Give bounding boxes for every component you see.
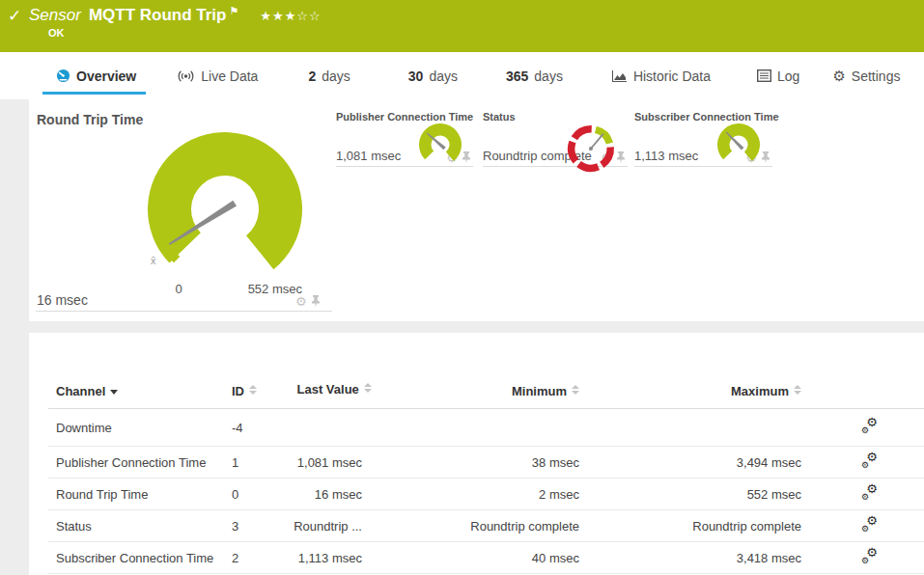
tab-label: Historic Data (633, 68, 711, 84)
cell-last-value: 16 msec (282, 487, 362, 502)
gauge-scale-max-label: 552 msec (235, 282, 302, 296)
cell-maximum: 552 msec (579, 487, 801, 502)
cell-id: -4 (232, 421, 282, 435)
cell-maximum: 3,494 msec (579, 455, 801, 470)
edit-channel-gears-icon[interactable]: ⚙⚙ (861, 453, 878, 468)
star-filled-icon[interactable]: ★ (260, 9, 272, 23)
edit-channel-gears-icon[interactable]: ⚙⚙ (861, 485, 878, 500)
tab-label: Log (777, 68, 799, 84)
tab-label: Live Data (201, 68, 258, 84)
mini-gauge-status: StatusRoundtrip complete⚙ (483, 107, 628, 167)
edit-channel-gears-icon[interactable]: ⚙⚙ (861, 549, 878, 563)
tab-live-data[interactable]: Live Data (177, 52, 258, 99)
cell-channel: Status (48, 519, 232, 534)
main-gauge-value: 16 msec (37, 292, 88, 308)
sensor-title: MQTT Round Trip (89, 6, 227, 24)
cell-channel: Publisher Connection Time (48, 455, 232, 470)
cell-last-value: Roundtrip ... (282, 519, 362, 534)
status-check-icon: ✓ (8, 6, 21, 26)
sort-icon (572, 385, 579, 396)
channel-row-publisher-connection-time[interactable]: Publisher Connection Time11,081 msec38 m… (48, 447, 924, 479)
cell-minimum: 38 msec (362, 455, 579, 470)
mini-gauge-chart (716, 123, 761, 167)
gauge-icon (56, 68, 70, 83)
gear-icon: ⚙ (832, 68, 845, 85)
status-donut-chart (566, 123, 616, 177)
cell-last-value: 1,113 msec (282, 551, 362, 565)
tab-log[interactable]: Log (757, 52, 799, 99)
tab-days[interactable]: 365days (506, 52, 563, 99)
sort-icon (249, 385, 257, 396)
tab-days[interactable]: 30days (408, 52, 458, 99)
channel-row-round-trip-time[interactable]: Round Trip Time016 msec2 msec552 msec⚙⚙ (48, 479, 924, 510)
sort-icon (364, 383, 372, 394)
gauges-panel: Round Trip Time x̄ 0 552 msec 16 msec ⚙ … (29, 99, 924, 321)
cell-last-value: 1,081 msec (282, 455, 362, 470)
sensor-status-badge: OK (48, 27, 65, 39)
column-header-maximum[interactable]: Maximum (579, 384, 801, 398)
mini-gauge-publisher: Publisher Connection Time1,081 msec⚙ (336, 107, 473, 167)
mini-gauge-title: Status (483, 111, 516, 123)
column-header-channel[interactable]: Channel (48, 384, 232, 398)
broadcast-icon (177, 69, 195, 82)
gauge-scale-min-label: 0 (164, 282, 193, 296)
cell-id: 1 (232, 455, 282, 470)
chart-icon (611, 69, 628, 83)
priority-stars[interactable]: ★★★☆☆ (260, 9, 321, 23)
mini-gauge-value: 1,081 msec (336, 149, 401, 163)
pin-icon[interactable] (311, 295, 321, 308)
mini-gauge-subscriber: Subscriber Connection Time1,113 msec⚙ (634, 107, 772, 167)
mini-gauge-chart (418, 123, 462, 167)
channel-row-subscriber-connection-time[interactable]: Subscriber Connection Time21,113 msec40 … (48, 542, 924, 574)
sort-desc-icon (110, 389, 119, 396)
channels-panel: Channel ID Last Value Minimum Maximum Do… (29, 333, 924, 575)
edit-channel-gears-icon[interactable]: ⚙⚙ (861, 517, 878, 532)
channel-row-status[interactable]: Status3Roundtrip ...Roundtrip completeRo… (48, 510, 924, 542)
log-icon (757, 69, 771, 82)
table-header-row: Channel ID Last Value Minimum Maximum (48, 333, 924, 409)
channel-row-downtime[interactable]: Downtime-4⚙⚙ (48, 409, 924, 447)
sort-icon (794, 385, 801, 396)
cell-minimum: 40 msec (362, 551, 579, 565)
mini-gauge-value: 1,113 msec (634, 149, 698, 163)
average-marker-label: x̄ (151, 255, 156, 266)
cell-id: 3 (232, 519, 282, 534)
cell-maximum: 3,418 msec (579, 551, 801, 565)
mini-gauge-title: Subscriber Connection Time (634, 111, 779, 123)
cell-channel: Round Trip Time (48, 487, 232, 502)
cell-maximum: Roundtrip complete (579, 519, 801, 534)
priority-flag-icon[interactable]: ⚑ (229, 5, 238, 16)
object-kind-label: Sensor (29, 6, 81, 24)
tab-label: days (429, 68, 458, 84)
tab-label: days (322, 68, 350, 84)
pin-icon[interactable] (616, 151, 626, 164)
star-empty-icon[interactable]: ☆ (309, 9, 322, 23)
tab-overview[interactable]: Overview (56, 52, 136, 99)
column-header-minimum[interactable]: Minimum (362, 384, 579, 398)
tab-historic-data[interactable]: Historic Data (611, 52, 711, 99)
star-filled-icon[interactable]: ★ (272, 9, 285, 23)
column-header-id[interactable]: ID (232, 384, 282, 398)
mini-gauge-title: Publisher Connection Time (336, 111, 473, 123)
column-header-last-value[interactable]: Last Value (282, 381, 362, 398)
tab-settings[interactable]: ⚙Settings (832, 52, 900, 99)
cell-channel: Subscriber Connection Time (48, 551, 232, 565)
cell-minimum: Roundtrip complete (362, 519, 579, 534)
pin-icon[interactable] (761, 151, 770, 164)
channel-settings-gear-icon[interactable]: ⚙ (295, 295, 307, 308)
main-gauge-tools: ⚙ (295, 295, 321, 308)
cell-minimum: 2 msec (362, 487, 579, 502)
tab-label: Overview (76, 68, 136, 84)
sensor-header-banner: ✓ SensorMQTT Round Trip⚑★★★☆☆ OK (0, 0, 924, 52)
tab-days[interactable]: 2days (308, 52, 350, 99)
round-trip-gauge: x̄ (145, 121, 319, 285)
cell-id: 2 (232, 551, 282, 565)
star-empty-icon[interactable]: ☆ (296, 9, 309, 23)
edit-channel-gears-icon[interactable]: ⚙⚙ (861, 419, 878, 433)
star-filled-icon[interactable]: ★ (285, 9, 297, 23)
cell-id: 0 (232, 487, 282, 502)
tab-bar: OverviewLive Data2days30days365daysHisto… (0, 52, 924, 99)
channels-table: Channel ID Last Value Minimum Maximum Do… (48, 333, 924, 574)
pin-icon[interactable] (462, 151, 471, 164)
cell-channel: Downtime (48, 421, 232, 435)
